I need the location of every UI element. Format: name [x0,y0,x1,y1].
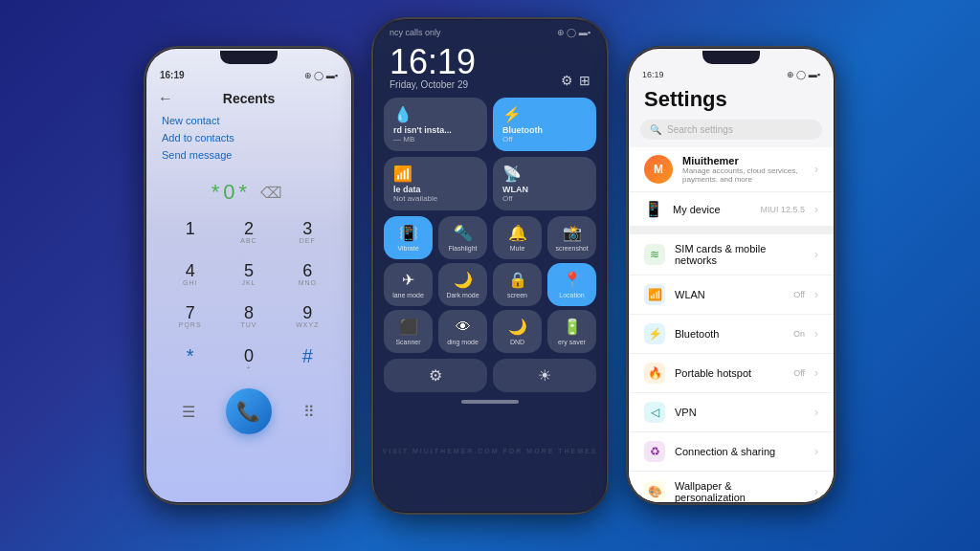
key-8[interactable]: 8 TUV [220,297,277,337]
notch-area [146,49,351,64]
key-3[interactable]: 3 DEF [279,212,336,253]
settings-item-sim[interactable]: ≋ SIM cards & mobile networks › [629,234,834,276]
key-letters-3: DEF [300,237,316,245]
key-7[interactable]: 7 PQRS [162,297,218,337]
scanner-label: Scanner [395,339,420,345]
darkmode-label: Dark mode [446,292,479,298]
settings-item-wlan[interactable]: 📶 WLAN Off › [629,276,834,315]
hotspot-info: Portable hotspot [675,367,784,379]
watermark: visit miuithemer.com for more themes [374,448,606,454]
flashlight-label: Flashlight [449,245,478,252]
battery-saver-icon: 🔋 [563,318,582,336]
add-to-contacts-option[interactable]: Add to contacts [162,132,336,143]
key-num-0: 0 [244,347,254,364]
dialer-header: ← Recents [146,82,351,111]
settings-search-bar[interactable]: 🔍 Search settings [640,120,822,140]
key-letters-5: JKL [241,279,256,287]
settings-status-bar: 16:19 ⊕ ◯ ▬▪ [629,64,834,81]
settings-item-bluetooth[interactable]: ⚡ Bluetooth On › [629,315,834,354]
avatar-letter: M [654,163,663,176]
vpn-icon: ◁ [644,402,665,423]
cc-mute-tile[interactable]: 🔔 Mute [493,216,542,259]
notch-settings [702,51,760,64]
key-num-6: 6 [302,262,312,279]
cc-dnd-tile[interactable]: 🌙 DND [493,310,542,353]
settings-item-vpn[interactable]: ◁ VPN › [629,393,834,432]
gear-bottom-icon: ⚙ [429,366,442,385]
key-4[interactable]: 4 GHI [162,254,218,295]
cc-lock-screen-tile[interactable]: 🔒 screen [493,263,542,306]
wallpaper-name: Wallpaper & personalization [675,480,805,502]
mobile-tile-icon: 📶 [393,165,412,183]
new-contact-option[interactable]: New contact [162,115,336,126]
cc-flashlight-tile[interactable]: 🔦 Flashlight [438,216,487,259]
dialer-display: *0* ⌫ [146,165,351,212]
contacts-button[interactable]: ☰ [173,396,204,427]
cc-vibrate-tile[interactable]: 📳 Vibrate [384,216,433,259]
cc-main-grid: 💧 rd isn't insta... — MB ⚡ Bluetooth Off… [374,98,606,210]
lock-screen-label: screen [507,292,527,298]
wlan-tile-sub: Off [502,194,513,203]
vpn-chevron-icon: › [814,406,818,419]
location-icon: 📍 [563,271,582,289]
key-5[interactable]: 5 JKL [220,254,277,295]
cc-small-row3: ⬛ Scanner 👁 ding mode 🌙 DND 🔋 ery saver [374,310,606,353]
reading-label: ding mode [447,339,479,345]
cc-tile-wlan[interactable]: 📡 WLAN Off [493,157,596,210]
cc-battery-tile[interactable]: 🔋 ery saver [547,310,596,353]
dnd-icon: 🌙 [508,318,527,336]
home-indicator[interactable] [461,400,519,404]
phone-control-center: ncy calls only ⊕ ◯ ▬▪ 16:19 Friday, Octo… [371,17,609,515]
key-num-1: 1 [186,220,195,237]
cc-clock: 16:19 [390,45,476,79]
settings-account-row[interactable]: M Miuithemer Manage accounts, cloud serv… [629,147,834,192]
wallpaper-chevron-icon: › [814,485,818,498]
cc-plane-tile[interactable]: ✈ lane mode [384,263,433,306]
key-num-5: 5 [244,262,254,279]
cc-tile-mobile[interactable]: 📶 le data Not available [384,157,487,210]
settings-item-hotspot[interactable]: 🔥 Portable hotspot Off › [629,354,834,393]
dialpad-button[interactable]: ⠿ [294,396,324,427]
wlan-chevron-icon: › [814,288,818,301]
account-chevron-icon: › [814,163,818,176]
data-tile-icon: 💧 [393,105,412,123]
delete-button[interactable]: ⌫ [260,184,286,202]
key-num-7: 7 [186,304,195,321]
key-9[interactable]: 9 WXYZ [279,297,336,337]
cc-location-tile[interactable]: 📍 Location [547,263,596,306]
settings-item-wallpaper[interactable]: 🎨 Wallpaper & personalization › [629,472,834,502]
settings-item-connection[interactable]: ♻ Connection & sharing › [629,432,834,472]
cc-tile-data[interactable]: 💧 rd isn't insta... — MB [384,98,487,151]
phone-dialer: 16:19 ⊕ ◯ ▬▪ ← Recents New contact Add t… [144,46,354,505]
wlan-tile-icon: 📡 [502,165,522,183]
sim-name: SIM cards & mobile networks [675,243,805,266]
sim-icon: ≋ [644,244,665,265]
cc-screenshot-tile[interactable]: 📸 screenshot [547,216,596,259]
wlan-tile-label: WLAN [502,185,528,194]
cc-reading-tile[interactable]: 👁 ding mode [438,310,487,353]
call-button[interactable]: 📞 [226,388,272,434]
key-num-3: 3 [302,220,312,237]
key-hash[interactable]: # [279,339,336,381]
settings-quick-icon[interactable]: ⚙ [561,73,573,88]
settings-time: 16:19 [642,70,664,79]
screenshot-icon: 📸 [563,224,582,242]
key-num-hash: # [302,346,313,365]
cc-bottom-left[interactable]: ⚙ [384,359,487,392]
key-0[interactable]: 0 + [220,339,277,381]
key-6[interactable]: 6 MNO [279,254,336,295]
send-message-option[interactable]: Send message [162,149,336,161]
settings-device-row[interactable]: 📱 My device MIUI 12.5.5 › [629,192,834,227]
cc-scanner-tile[interactable]: ⬛ Scanner [384,310,433,353]
cc-bottom-right[interactable]: ☀ [493,359,596,392]
back-button[interactable]: ← [158,90,173,107]
key-star[interactable]: * [162,339,218,381]
key-2[interactable]: 2 ABC [220,212,277,253]
key-1[interactable]: 1 [162,212,218,253]
dialer-number: *0* [212,180,251,205]
mute-icon: 🔔 [508,224,527,242]
cc-darkmode-tile[interactable]: 🌙 Dark mode [438,263,487,306]
cc-tile-bluetooth[interactable]: ⚡ Bluetooth Off [493,98,596,151]
edit-quick-icon[interactable]: ⊞ [579,73,590,88]
data-tile-sub: — MB [393,135,414,143]
